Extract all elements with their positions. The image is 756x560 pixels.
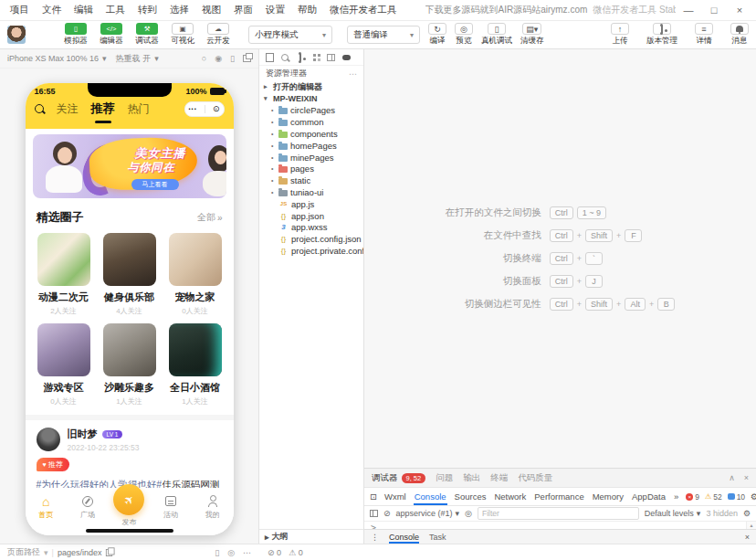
rotate-icon[interactable]: ○: [202, 54, 206, 63]
devtools-tab-wxml[interactable]: Wxml: [383, 488, 407, 505]
project-root-section[interactable]: ▾ MP-WEIXIN: [259, 93, 363, 105]
devtools-tab-appdata[interactable]: AppData: [631, 488, 667, 505]
eye-icon[interactable]: ◎: [227, 548, 235, 557]
collapse-panel-icon[interactable]: ∧: [729, 473, 735, 482]
cloud-dev-button[interactable]: ☁ 云开发: [203, 23, 234, 47]
menu-devtools[interactable]: 微信开发者工具: [323, 4, 404, 16]
tabbar-mine[interactable]: 我的: [192, 488, 234, 535]
circle-card[interactable]: 游戏专区 0人关注: [31, 323, 97, 407]
tree-folder-homePages[interactable]: • homePages: [259, 140, 363, 152]
tree-folder-minePages[interactable]: • minePages: [259, 152, 363, 164]
messages-button[interactable]: 消息: [730, 23, 749, 47]
record-icon[interactable]: ◉: [215, 54, 222, 63]
more-icon[interactable]: ⋯: [243, 548, 251, 557]
tree-folder-static[interactable]: • static: [259, 174, 363, 186]
compile-button[interactable]: ↻ 编译: [428, 23, 446, 47]
more-menu-icon[interactable]: •••: [189, 106, 197, 111]
devtools-tab-network[interactable]: Network: [493, 488, 527, 505]
console-settings-icon[interactable]: ⚙: [743, 509, 751, 518]
minimize-button[interactable]: —: [676, 0, 701, 20]
devtools-settings-icon[interactable]: ⚙: [751, 491, 756, 502]
device-select[interactable]: iPhone XS Max 100% 16: [7, 54, 99, 63]
tree-folder-common[interactable]: • common: [259, 116, 363, 128]
outline-section[interactable]: ▸ 大纲: [259, 529, 363, 544]
inspect-element-icon[interactable]: ⊡: [370, 491, 377, 502]
clear-cache-button[interactable]: ▤▾ 清缓存: [520, 23, 544, 47]
eye-icon[interactable]: ◎: [465, 509, 472, 518]
see-all-link[interactable]: 全部 »: [197, 211, 223, 224]
drawer-tab-console[interactable]: Console: [389, 530, 419, 544]
circle-card[interactable]: 宠物之家 0人关注: [163, 233, 228, 316]
copy-path-icon[interactable]: [106, 549, 112, 556]
log-levels-select[interactable]: Default levels ▾: [645, 509, 701, 518]
circle-card[interactable]: 沙雕乐趣多 1人关注: [97, 323, 163, 407]
menu-edit[interactable]: 编辑: [68, 4, 100, 16]
compile-mode-select[interactable]: 普通编译 ▾: [347, 26, 420, 44]
console-sidebar-icon[interactable]: [370, 510, 378, 517]
close-button[interactable]: ×: [727, 0, 752, 20]
page-path-select[interactable]: 页面路径: [7, 546, 40, 558]
visualization-button[interactable]: ▣ 可视化: [167, 23, 198, 47]
console-warning-count[interactable]: ⚠ 52: [705, 492, 722, 502]
post-avatar[interactable]: [37, 428, 60, 451]
close-panel-icon[interactable]: ×: [744, 473, 749, 482]
devtools-tab-performance[interactable]: Performance: [533, 488, 584, 505]
tree-folder-tuniao-ui[interactable]: • tuniao-ui: [259, 186, 363, 198]
scrollbar[interactable]: ▲ ▼: [746, 522, 756, 529]
tab-problems[interactable]: 问题: [436, 472, 453, 484]
menu-project[interactable]: 项目: [4, 4, 36, 16]
tab-debugger[interactable]: 调试器 9, 52: [372, 472, 425, 484]
banner-cta-button[interactable]: 马上看看: [131, 179, 179, 190]
device-frame-icon[interactable]: ▯: [230, 54, 235, 63]
hot-reload-toggle[interactable]: 热重载 开: [116, 53, 152, 65]
menu-tools[interactable]: 工具: [100, 4, 131, 16]
console-filter-input[interactable]: [478, 507, 639, 520]
maximize-button[interactable]: □: [701, 0, 727, 20]
drawer-more-icon[interactable]: ⋮: [371, 533, 379, 542]
menu-goto[interactable]: 转到: [131, 4, 163, 16]
circle-card[interactable]: 健身俱乐部 4人关注: [97, 233, 163, 316]
multi-window-icon[interactable]: [243, 55, 251, 62]
console-prompt[interactable]: >: [364, 522, 383, 529]
version-management-button[interactable]: 版本管理: [646, 23, 677, 47]
more-actions-icon[interactable]: ⋯: [349, 69, 357, 79]
close-mini-program-icon[interactable]: ⊙: [213, 105, 220, 113]
tab-output[interactable]: 输出: [463, 472, 480, 484]
menu-interface[interactable]: 界面: [227, 4, 259, 16]
devtools-tab-console[interactable]: Console: [414, 488, 447, 505]
menu-view[interactable]: 视图: [195, 4, 227, 16]
tree-folder-pages[interactable]: • pages: [259, 164, 363, 175]
menu-settings[interactable]: 设置: [259, 4, 291, 16]
tab-hot[interactable]: 热门: [128, 101, 150, 117]
tree-folder-components[interactable]: • components: [259, 128, 363, 140]
tree-file-project-config[interactable]: {} project.config.json: [259, 233, 363, 245]
user-avatar[interactable]: [7, 26, 26, 44]
npm-icon[interactable]: [342, 55, 351, 60]
debugger-toggle-button[interactable]: ⚒ 调试器: [131, 23, 163, 47]
extensions-icon[interactable]: [313, 54, 316, 57]
devtools-tab-sources[interactable]: Sources: [454, 488, 488, 505]
drawer-tab-task[interactable]: Task: [429, 530, 446, 544]
preview-button[interactable]: ◎ 预览: [455, 23, 473, 47]
tree-file-app-js[interactable]: JS app.js: [259, 198, 363, 210]
menu-help[interactable]: 帮助: [291, 4, 323, 16]
clear-console-icon[interactable]: ⊘: [383, 509, 391, 518]
console-error-count[interactable]: × 9: [686, 492, 699, 502]
tab-terminal[interactable]: 终端: [490, 472, 508, 484]
tab-follow[interactable]: 关注: [57, 101, 79, 117]
tab-recommend[interactable]: 推荐: [91, 100, 115, 117]
circle-card[interactable]: 全日小酒馆 1人关注: [163, 323, 228, 407]
mode-select[interactable]: 小程序模式 ▾: [248, 26, 332, 44]
simulator-toggle-button[interactable]: ▯ 模拟器: [60, 23, 91, 47]
editor-toggle-button[interactable]: </> 编辑器: [96, 23, 127, 47]
console-output[interactable]: > ▲ ▼: [364, 522, 756, 529]
open-editors-section[interactable]: ▸ 打开的编辑器: [259, 81, 363, 93]
tab-code-quality[interactable]: 代码质量: [518, 472, 552, 484]
console-info-count[interactable]: 10: [728, 492, 745, 502]
menu-file[interactable]: 文件: [36, 4, 68, 16]
device-icon[interactable]: ▯: [215, 548, 219, 557]
problem-counts[interactable]: ⊘ 0 ⚠ 0: [258, 548, 303, 557]
promo-banner[interactable]: 美女主播 与你同在 马上看看: [33, 134, 226, 198]
tree-file-app-wxss[interactable]: 3 app.wxss: [259, 222, 363, 234]
real-device-debug-button[interactable]: ▯ 真机调试: [481, 23, 512, 47]
